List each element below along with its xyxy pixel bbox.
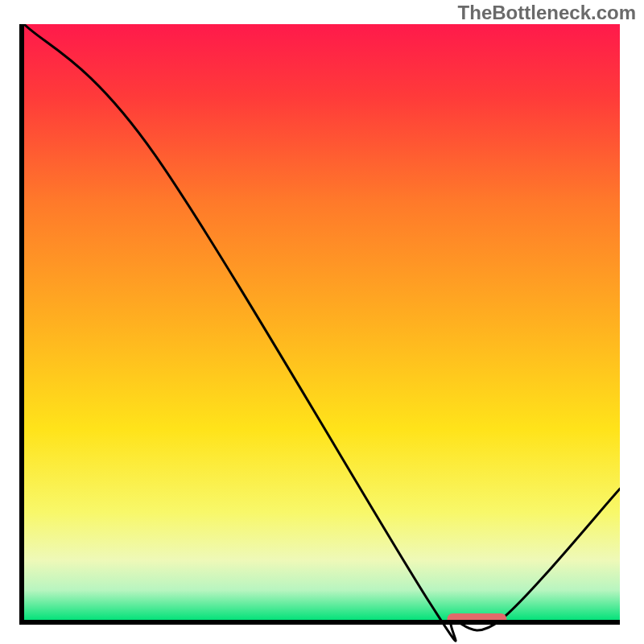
plot-background [24, 24, 620, 620]
bottleneck-chart [0, 0, 644, 644]
watermark-text: TheBottleneck.com [458, 2, 636, 24]
frame-cover-right [620, 18, 628, 626]
chart-container: { "watermark": "TheBottleneck.com", "cha… [0, 0, 644, 644]
